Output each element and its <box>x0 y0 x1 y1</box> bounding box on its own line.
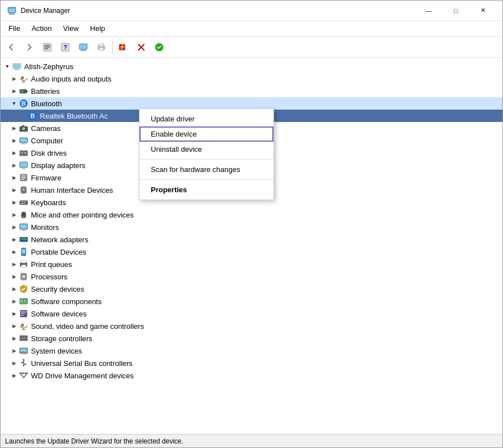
hid-icon <box>19 185 29 195</box>
batteries-arrow[interactable]: ▶ <box>10 87 19 96</box>
system-arrow[interactable]: ▶ <box>10 346 19 355</box>
tree-item-portable[interactable]: ▶ Portable Devices <box>1 246 502 258</box>
scan-button[interactable]: ⚡ <box>115 39 132 56</box>
tree-item-sound[interactable]: ▶ Sound, video and game controllers <box>1 320 502 332</box>
bluetooth-label: Bluetooth <box>31 99 500 108</box>
tree-item-mice[interactable]: ▶ Mice and other pointing devices <box>1 209 502 221</box>
network-arrow[interactable]: ▶ <box>10 235 19 244</box>
svg-point-61 <box>23 216 24 218</box>
storage-arrow[interactable]: ▶ <box>10 334 19 343</box>
tree-item-network[interactable]: ▶ Network adapters <box>1 233 502 246</box>
remove-button[interactable] <box>133 39 150 56</box>
tree-item-batteries[interactable]: ▶ Batteries <box>1 85 502 97</box>
tree-item-system[interactable]: ▶ System devices <box>1 345 502 357</box>
tree-item-bluetooth[interactable]: ▼ B Bluetooth <box>1 97 502 110</box>
toolbar: ? ⚡ <box>1 37 502 58</box>
svg-rect-48 <box>21 177 26 178</box>
audio-icon <box>19 74 29 84</box>
monitors-arrow[interactable]: ▶ <box>10 223 19 232</box>
context-menu-properties[interactable]: Properties <box>140 182 273 197</box>
batteries-label: Batteries <box>31 87 500 96</box>
keyboards-arrow[interactable]: ▶ <box>10 198 19 207</box>
portable-icon <box>19 247 29 257</box>
mice-arrow[interactable]: ▶ <box>10 210 19 219</box>
bluetooth-arrow[interactable]: ▼ <box>10 99 19 108</box>
print-button[interactable] <box>93 39 110 56</box>
forward-button[interactable] <box>21 39 38 56</box>
menu-action[interactable]: Action <box>26 22 57 35</box>
help-button[interactable]: ? <box>57 39 74 56</box>
wd-icon <box>19 370 29 381</box>
svg-rect-42 <box>20 153 24 153</box>
audio-label: Audio inputs and outputs <box>31 75 500 83</box>
svg-rect-52 <box>23 190 25 191</box>
context-menu-update-driver[interactable]: Update driver <box>140 111 273 126</box>
svg-rect-67 <box>22 238 23 240</box>
software-comp-arrow[interactable]: ▶ <box>10 297 19 306</box>
computer-arrow[interactable]: ▶ <box>10 136 19 145</box>
print-arrow[interactable]: ▶ <box>10 260 19 269</box>
svg-rect-64 <box>22 230 25 231</box>
menu-help[interactable]: Help <box>84 22 111 35</box>
menu-view[interactable]: View <box>57 22 84 35</box>
tree-item-storage[interactable]: ▶ Storage controllers <box>1 332 502 345</box>
tree-item-security[interactable]: ▶ Security devices <box>1 283 502 295</box>
security-arrow[interactable]: ▶ <box>10 284 19 293</box>
security-icon <box>19 284 29 294</box>
enable-button[interactable] <box>151 39 168 56</box>
realtek-arrow: ▶ <box>19 111 28 120</box>
disk-arrow[interactable]: ▶ <box>10 148 19 157</box>
usb-label: Universal Serial Bus controllers <box>31 359 500 368</box>
wd-arrow[interactable]: ▶ <box>10 371 19 380</box>
firmware-arrow[interactable]: ▶ <box>10 173 19 182</box>
software-dev-arrow[interactable]: ▶ <box>10 309 19 318</box>
display-arrow[interactable]: ▶ <box>10 161 19 170</box>
minimize-button[interactable]: — <box>416 2 442 19</box>
computer-button[interactable] <box>75 39 92 56</box>
svg-point-72 <box>23 254 24 255</box>
svg-rect-56 <box>24 201 25 202</box>
processors-label: Processors <box>31 273 500 281</box>
tree-item-usb[interactable]: ▶ Universal Serial Bus controllers <box>1 357 502 369</box>
context-menu-scan[interactable]: Scan for hardware changes <box>140 162 273 177</box>
tree-item-software-devices[interactable]: ▶ Software devices <box>1 307 502 320</box>
portable-arrow[interactable]: ▶ <box>10 247 19 256</box>
svg-point-108 <box>23 373 25 374</box>
software-comp-label: Software components <box>31 297 500 306</box>
processors-icon <box>19 271 29 282</box>
tree-root[interactable]: ▼ Atish-Zephyrus <box>1 60 502 73</box>
status-text: Launches the Update Driver Wizard for th… <box>5 437 183 445</box>
back-button[interactable] <box>3 39 20 56</box>
storage-label: Storage controllers <box>31 334 500 343</box>
processors-arrow[interactable]: ▶ <box>10 272 19 281</box>
svg-rect-58 <box>21 203 25 204</box>
close-button[interactable]: ✕ <box>470 2 496 19</box>
audio-arrow[interactable]: ▶ <box>10 74 19 83</box>
usb-arrow[interactable]: ▶ <box>10 359 19 368</box>
main-content: ▼ Atish-Zephyrus ▶ <box>1 58 502 434</box>
tree-item-wd[interactable]: ▶ WD Drive Management devices <box>1 369 502 382</box>
maximize-button[interactable]: □ <box>443 2 469 19</box>
cameras-arrow[interactable]: ▶ <box>10 124 19 133</box>
svg-rect-87 <box>20 302 27 304</box>
svg-rect-75 <box>21 265 26 267</box>
context-menu-uninstall[interactable]: Uninstall device <box>140 142 273 157</box>
svg-rect-55 <box>22 201 23 202</box>
properties-button[interactable] <box>39 39 56 56</box>
tree-item-print[interactable]: ▶ Print queues <box>1 258 502 270</box>
network-icon <box>19 234 29 245</box>
svg-rect-14 <box>99 48 104 50</box>
tree-item-software-components[interactable]: ▶ Software components <box>1 295 502 307</box>
svg-point-110 <box>26 373 28 374</box>
context-menu-enable-device[interactable]: Enable device <box>140 126 273 142</box>
menu-file[interactable]: File <box>3 22 26 35</box>
svg-rect-22 <box>15 69 19 70</box>
tree-item-processors[interactable]: ▶ Processors <box>1 270 502 283</box>
sound-arrow[interactable]: ▶ <box>10 322 19 331</box>
tree-item-monitors[interactable]: ▶ Monitors <box>1 221 502 233</box>
mice-icon <box>19 210 29 220</box>
tree-item-audio[interactable]: ▶ Audio inputs and outputs <box>1 73 502 85</box>
svg-rect-10 <box>80 44 87 49</box>
hid-arrow[interactable]: ▶ <box>10 185 19 194</box>
root-arrow[interactable]: ▼ <box>3 62 12 71</box>
